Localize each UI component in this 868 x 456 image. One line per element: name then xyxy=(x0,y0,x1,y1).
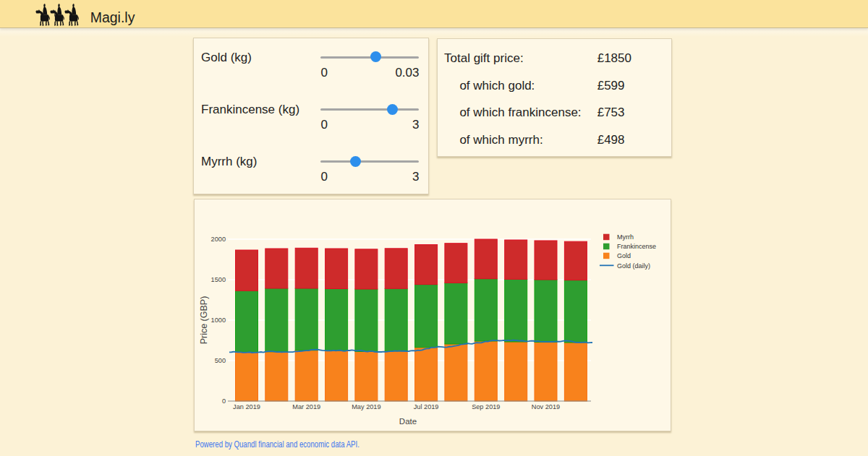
svg-text:Sep 2019: Sep 2019 xyxy=(472,403,500,410)
svg-text:500: 500 xyxy=(215,357,226,364)
svg-text:Jul 2019: Jul 2019 xyxy=(414,403,439,410)
svg-text:Gold: Gold xyxy=(617,252,631,259)
svg-text:0: 0 xyxy=(222,397,226,405)
svg-text:Nov 2019: Nov 2019 xyxy=(532,403,560,410)
svg-text:1500: 1500 xyxy=(211,276,226,283)
svg-text:Myrrh: Myrrh xyxy=(617,233,634,241)
svg-text:2000: 2000 xyxy=(211,236,226,243)
svg-text:Mar 2019: Mar 2019 xyxy=(292,403,320,410)
svg-text:Date: Date xyxy=(399,417,417,426)
svg-text:1000: 1000 xyxy=(211,317,226,324)
svg-text:Jan 2019: Jan 2019 xyxy=(233,403,260,410)
svg-text:Price (GBP): Price (GBP) xyxy=(199,296,209,345)
svg-text:Frankincense: Frankincense xyxy=(617,243,656,250)
svg-text:May 2019: May 2019 xyxy=(352,403,380,410)
svg-text:Gold (daily): Gold (daily) xyxy=(617,262,650,270)
